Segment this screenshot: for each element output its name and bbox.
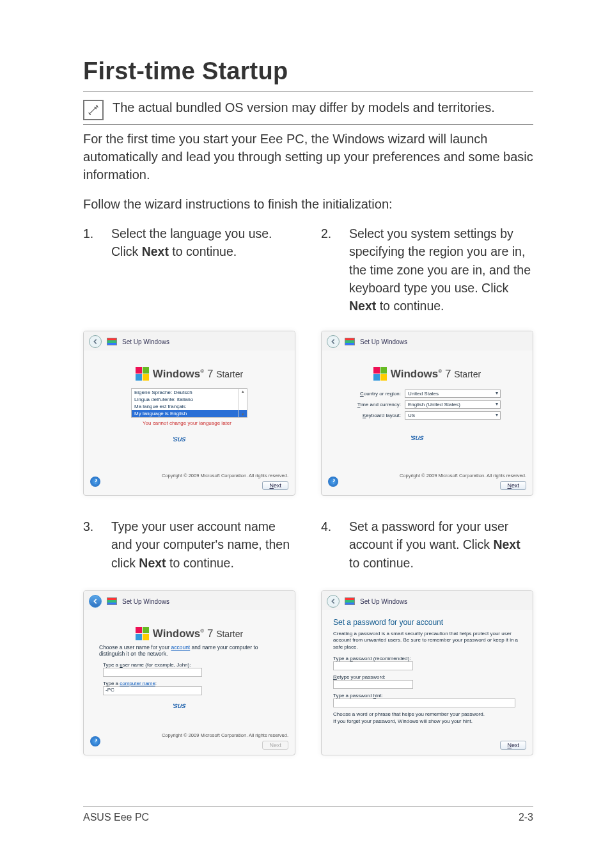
screenshot-step-1: Set Up Windows Windows® 7 Starter Eigene… — [83, 331, 295, 496]
username-label: Type a user name (for example, John): — [103, 662, 276, 668]
back-button[interactable] — [327, 595, 340, 608]
account-link[interactable]: account — [171, 644, 190, 651]
country-region-row: Country or region: United States — [337, 390, 517, 398]
step-number: 2. — [321, 225, 336, 320]
computer-name-label: Type a computer name: — [103, 681, 276, 686]
keyboard-layout-row: Keyboard layout: US — [337, 411, 517, 420]
retype-password-label: Retype your password: — [333, 674, 521, 680]
divider — [83, 91, 533, 92]
next-button[interactable]: Next — [500, 741, 526, 750]
back-button[interactable] — [89, 335, 102, 348]
list-item[interactable]: Ma langue est français — [132, 403, 247, 410]
list-item[interactable]: Eigene Sprache: Deutsch — [132, 389, 247, 396]
window-title: Set Up Windows — [122, 598, 169, 605]
password-label: Type a password (recommended): — [333, 656, 521, 661]
step-4: 4. Set a password for your user account … — [321, 517, 533, 575]
step-3: 3. Type your user account name and your … — [83, 517, 295, 575]
step-2: 2. Select you system settings by specify… — [321, 225, 533, 320]
password-hint-label: Type a password hint: — [333, 693, 521, 698]
divider — [83, 124, 533, 125]
windows-logo: Windows® 7 Starter — [373, 367, 481, 381]
username-input[interactable] — [103, 668, 202, 677]
username-intro: Choose a user name for your account and … — [99, 644, 279, 657]
keyboard-layout-select[interactable]: US — [405, 411, 501, 420]
next-button[interactable]: Next — [500, 481, 526, 490]
computer-name-input[interactable]: -PC — [103, 686, 202, 695]
intro-paragraph: For the first time you start your Eee PC… — [83, 130, 533, 184]
screenshot-step-4: Set Up Windows Set a password for your a… — [321, 590, 533, 755]
list-item[interactable]: My language is English — [132, 410, 247, 417]
screenshot-step-2: Set Up Windows Windows® 7 Starter Countr… — [321, 331, 533, 496]
next-button[interactable]: Next — [262, 741, 288, 750]
windows-logo: Windows® 7 Starter — [136, 367, 243, 381]
footer-left: ASUS Eee PC — [83, 812, 149, 823]
copyright-text: Copyright © 2009 Microsoft Corporation. … — [162, 732, 288, 738]
step-number: 1. — [83, 225, 98, 320]
screenshot-step-3: Set Up Windows Windows® 7 Starter Choose… — [83, 590, 295, 755]
back-button[interactable] — [89, 595, 102, 608]
note-icon — [83, 100, 104, 120]
language-listbox[interactable]: Eigene Sprache: Deutsch Lingua dell'uten… — [131, 388, 247, 418]
warning-text: You cannot change your language later — [143, 420, 279, 426]
time-currency-select[interactable]: English (United States) — [405, 400, 501, 409]
page-title: First-time Startup — [83, 58, 533, 85]
computer-name-link[interactable]: computer name — [120, 681, 155, 686]
note-text: The actual bundled OS version may differ… — [113, 99, 495, 116]
next-button[interactable]: Next — [262, 481, 288, 490]
retype-password-input[interactable] — [333, 680, 413, 689]
copyright-text: Copyright © 2009 Microsoft Corporation. … — [162, 473, 288, 478]
svg-text:/SUS: /SUS — [173, 436, 187, 443]
svg-text:/SUS: /SUS — [173, 702, 187, 709]
asus-logo: /SUS — [173, 435, 205, 446]
window-title: Set Up Windows — [360, 598, 407, 605]
scrollbar[interactable]: ▴▾ — [239, 389, 247, 417]
window-title: Set Up Windows — [122, 338, 169, 345]
time-currency-row: Time and currency: English (United State… — [337, 400, 517, 409]
svg-text:/SUS: /SUS — [411, 434, 425, 441]
back-button[interactable] — [327, 335, 340, 348]
asus-logo: /SUS — [411, 434, 443, 445]
password-hint-help: Choose a word or phrase that helps you r… — [333, 711, 521, 725]
window-icon — [107, 338, 117, 345]
country-region-select[interactable]: United States — [405, 390, 501, 398]
windows-logo: Windows® 7 Starter — [136, 627, 243, 640]
step-1: 1. Select the language you use. Click Ne… — [83, 225, 295, 320]
window-icon — [107, 597, 117, 605]
asus-logo: /SUS — [173, 702, 205, 713]
list-item[interactable]: Lingua dell'utente: italiano — [132, 396, 247, 403]
window-title: Set Up Windows — [360, 338, 407, 345]
step-number: 3. — [83, 517, 98, 575]
help-icon[interactable] — [90, 736, 100, 746]
intro-paragraph-2: Follow the wizard instructions to finish… — [83, 195, 533, 213]
password-intro: Creating a password is a smart security … — [333, 631, 521, 651]
help-icon[interactable] — [328, 477, 338, 487]
password-hint-input[interactable] — [333, 698, 515, 707]
window-icon — [345, 597, 355, 605]
copyright-text: Copyright © 2009 Microsoft Corporation. … — [400, 473, 526, 478]
password-heading: Set a password for your account — [333, 618, 521, 627]
help-icon[interactable] — [90, 477, 100, 487]
window-icon — [345, 338, 355, 345]
footer-right: 2-3 — [519, 812, 533, 823]
step-number: 4. — [321, 517, 336, 575]
password-input[interactable] — [333, 661, 413, 670]
